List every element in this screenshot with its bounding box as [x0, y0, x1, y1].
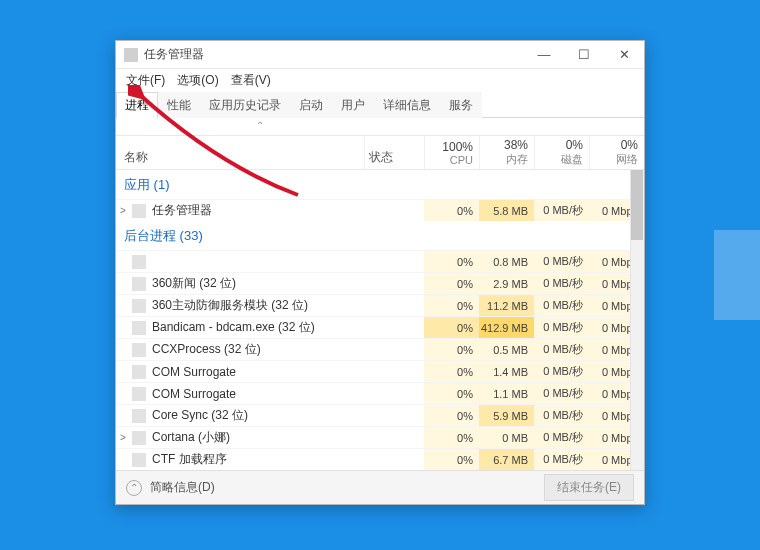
tab-startup[interactable]: 启动 [290, 92, 332, 118]
group-background: 后台进程 (33) [116, 221, 644, 250]
process-name: 360新闻 (32 位) [152, 275, 364, 292]
cell-cpu: 0% [424, 273, 479, 294]
menu-view[interactable]: 查看(V) [227, 70, 275, 91]
process-row[interactable]: 0%0.8 MB0 MB/秒0 Mbps [116, 250, 644, 272]
process-name: Cortana (小娜) [152, 429, 364, 446]
task-manager-window: 任务管理器 — ☐ ✕ 文件(F) 选项(O) 查看(V) 进程 性能 应用历史… [115, 40, 645, 505]
process-row[interactable]: Core Sync (32 位)0%5.9 MB0 MB/秒0 Mbps [116, 404, 644, 426]
process-row[interactable]: 360新闻 (32 位)0%2.9 MB0 MB/秒0 Mbps [116, 272, 644, 294]
tab-details[interactable]: 详细信息 [374, 92, 440, 118]
cell-disk: 0 MB/秒 [534, 251, 589, 272]
process-icon [132, 431, 146, 445]
process-name: COM Surrogate [152, 387, 364, 401]
process-row[interactable]: CCXProcess (32 位)0%0.5 MB0 MB/秒0 Mbps [116, 338, 644, 360]
menu-file[interactable]: 文件(F) [122, 70, 169, 91]
cell-memory: 0.8 MB [479, 251, 534, 272]
scrollbar-thumb[interactable] [631, 170, 643, 240]
process-name: 任务管理器 [152, 202, 364, 219]
menu-options[interactable]: 选项(O) [173, 70, 222, 91]
process-icon [132, 365, 146, 379]
maximize-button[interactable]: ☐ [564, 41, 604, 69]
cell-cpu: 0% [424, 295, 479, 316]
process-icon [132, 277, 146, 291]
column-headers: 名称 状态 100% CPU 38% 内存 0% 磁盘 0% 网络 [116, 136, 644, 170]
cell-cpu: 0% [424, 405, 479, 426]
col-cpu[interactable]: 100% CPU [424, 136, 479, 169]
disk-label: 磁盘 [561, 152, 583, 167]
col-network[interactable]: 0% 网络 [589, 136, 644, 169]
tab-processes[interactable]: 进程 [116, 92, 158, 118]
tab-users[interactable]: 用户 [332, 92, 374, 118]
cell-disk: 0 MB/秒 [534, 339, 589, 360]
process-row[interactable]: Bandicam - bdcam.exe (32 位)0%412.9 MB0 M… [116, 316, 644, 338]
fewer-details-icon[interactable]: ⌃ [126, 480, 142, 496]
fewer-details-label[interactable]: 简略信息(D) [150, 479, 536, 496]
process-icon [132, 453, 146, 467]
cell-cpu: 0% [424, 361, 479, 382]
minimize-button[interactable]: — [524, 41, 564, 69]
cell-disk: 0 MB/秒 [534, 427, 589, 448]
footer-bar: ⌃ 简略信息(D) 结束任务(E) [116, 470, 644, 504]
tab-performance[interactable]: 性能 [158, 92, 200, 118]
process-icon [132, 204, 146, 218]
cell-memory: 5.9 MB [479, 405, 534, 426]
titlebar[interactable]: 任务管理器 — ☐ ✕ [116, 41, 644, 69]
net-percent: 0% [621, 138, 638, 152]
cell-cpu: 0% [424, 427, 479, 448]
scrollbar-track[interactable] [630, 170, 644, 470]
mem-percent: 38% [504, 138, 528, 152]
cell-memory: 1.4 MB [479, 361, 534, 382]
disk-percent: 0% [566, 138, 583, 152]
cell-disk: 0 MB/秒 [534, 449, 589, 470]
tab-services[interactable]: 服务 [440, 92, 482, 118]
col-name[interactable]: 名称 [116, 136, 364, 169]
cpu-percent: 100% [442, 140, 473, 154]
group-apps: 应用 (1) [116, 170, 644, 199]
process-icon [132, 343, 146, 357]
process-row[interactable]: COM Surrogate0%1.1 MB0 MB/秒0 Mbps [116, 382, 644, 404]
process-name: CCXProcess (32 位) [152, 341, 364, 358]
cell-cpu: 0% [424, 251, 479, 272]
mem-label: 内存 [506, 152, 528, 167]
process-row[interactable]: >Cortana (小娜)0%0 MB0 MB/秒0 Mbps [116, 426, 644, 448]
cell-disk: 0 MB/秒 [534, 295, 589, 316]
desktop-highlight [714, 230, 760, 320]
process-icon [132, 387, 146, 401]
process-row[interactable]: 360主动防御服务模块 (32 位)0%11.2 MB0 MB/秒0 Mbps [116, 294, 644, 316]
app-icon [124, 48, 138, 62]
menu-bar: 文件(F) 选项(O) 查看(V) [116, 69, 644, 91]
end-task-button[interactable]: 结束任务(E) [544, 474, 634, 501]
process-icon [132, 409, 146, 423]
expand-icon[interactable]: > [116, 432, 130, 443]
chevron-icon: ⌃ [256, 120, 264, 131]
cell-memory: 11.2 MB [479, 295, 534, 316]
process-name: COM Surrogate [152, 365, 364, 379]
cell-cpu: 0% [424, 317, 479, 338]
col-status[interactable]: 状态 [364, 136, 424, 169]
cell-cpu: 0% [424, 383, 479, 404]
cell-cpu: 0% [424, 339, 479, 360]
cell-cpu: 0% [424, 449, 479, 470]
cell-memory: 2.9 MB [479, 273, 534, 294]
cell-memory: 412.9 MB [479, 317, 534, 338]
cell-disk: 0 MB/秒 [534, 383, 589, 404]
process-name: Core Sync (32 位) [152, 407, 364, 424]
cell-memory: 0.5 MB [479, 339, 534, 360]
expand-icon[interactable]: > [116, 205, 130, 216]
process-row[interactable]: CTF 加载程序0%6.7 MB0 MB/秒0 Mbps [116, 448, 644, 470]
process-row[interactable]: >任务管理器0%5.8 MB0 MB/秒0 Mbps [116, 199, 644, 221]
cell-disk: 0 MB/秒 [534, 405, 589, 426]
process-name: CTF 加载程序 [152, 451, 364, 468]
cell-memory: 6.7 MB [479, 449, 534, 470]
tab-bar: 进程 性能 应用历史记录 启动 用户 详细信息 服务 [116, 91, 644, 118]
net-label: 网络 [616, 152, 638, 167]
process-row[interactable]: COM Surrogate0%1.4 MB0 MB/秒0 Mbps [116, 360, 644, 382]
cell-disk: 0 MB/秒 [534, 200, 589, 221]
process-icon [132, 255, 146, 269]
cell-disk: 0 MB/秒 [534, 273, 589, 294]
col-memory[interactable]: 38% 内存 [479, 136, 534, 169]
col-disk[interactable]: 0% 磁盘 [534, 136, 589, 169]
tab-app-history[interactable]: 应用历史记录 [200, 92, 290, 118]
cell-memory: 1.1 MB [479, 383, 534, 404]
close-button[interactable]: ✕ [604, 41, 644, 69]
